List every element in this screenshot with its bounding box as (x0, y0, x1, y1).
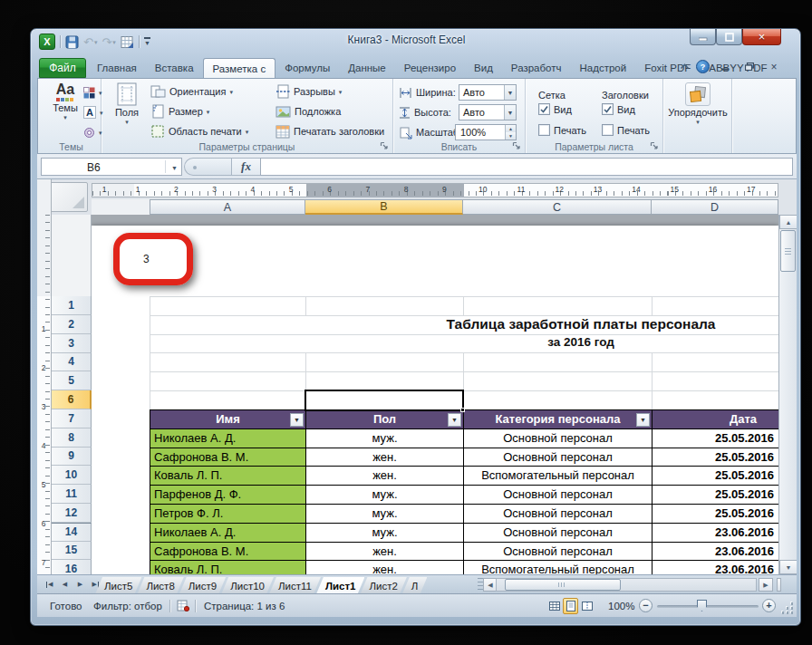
namebox-splitter[interactable] (184, 158, 231, 176)
cell-category[interactable]: Вспомогательный персонал (464, 561, 652, 574)
sheet-tab-Л[interactable]: Л (402, 577, 428, 594)
row-header-4[interactable]: 4 (52, 353, 92, 372)
headings-print-checkbox[interactable]: Печать (602, 124, 650, 136)
cell-date[interactable]: 25.05.2016 (652, 486, 778, 505)
column-header-A[interactable]: A (150, 199, 305, 215)
cell-category[interactable]: Вспомогательный персонал (464, 467, 652, 486)
zoom-out-button[interactable]: − (639, 599, 652, 612)
cell-gender[interactable]: муж. (306, 524, 464, 543)
cell-gender[interactable]: жен. (306, 543, 464, 562)
spin-down-icon[interactable]: ▼ (506, 132, 516, 140)
column-header-B[interactable]: B (305, 199, 463, 215)
row-header-12[interactable]: 12 (52, 504, 92, 523)
vertical-scrollbar[interactable]: ▲ ▼ (778, 215, 797, 574)
headings-view-checkbox[interactable]: Вид (602, 103, 635, 115)
ribbon-tab-Надстрой[interactable]: Надстрой (570, 58, 635, 78)
cell-gender[interactable]: жен. (306, 467, 464, 486)
cell-date[interactable]: 23.06.2016 (652, 561, 778, 574)
themes-button[interactable]: Aa Темы ▾ (46, 82, 84, 120)
name-box[interactable]: B6 ▼ (41, 158, 182, 176)
cell-date[interactable]: 23.06.2016 (652, 543, 778, 562)
breaks-button[interactable]: Разрывы▾ (276, 82, 342, 101)
table-header-Дата[interactable]: Дата (652, 410, 778, 429)
cell-gender[interactable]: муж. (306, 429, 464, 448)
row-header-9[interactable]: 9 (52, 448, 92, 467)
undo-button[interactable]: ↶▾ (83, 36, 97, 48)
cell-date[interactable]: 23.06.2016 (652, 524, 778, 543)
row-header-8[interactable]: 8 (52, 428, 92, 448)
sheet-tab-Лист2[interactable]: Лист2 (360, 577, 406, 594)
tabbar-resize-handle[interactable] (777, 578, 781, 592)
ribbon-tab-Формулы[interactable]: Формулы (276, 58, 339, 78)
row-header-5[interactable]: 5 (52, 371, 92, 390)
sheet-tab-Лист10[interactable]: Лист10 (221, 577, 274, 594)
zoom-in-button[interactable]: + (762, 599, 776, 612)
print-area-button[interactable]: Область печати▾ (150, 122, 248, 140)
height-combo[interactable]: Авто▼ (459, 104, 517, 120)
column-header-D[interactable]: D (652, 199, 778, 215)
first-sheet-button[interactable]: ◀ (43, 577, 56, 592)
cell-date[interactable]: 25.05.2016 (652, 467, 778, 486)
cell-name[interactable]: Николаев А. Д. (150, 524, 306, 543)
cell-name[interactable]: Коваль Л. П. (150, 561, 306, 574)
formula-input[interactable] (260, 158, 793, 176)
filter-dropdown-button[interactable]: ▼ (448, 413, 461, 427)
cell-name[interactable]: Коваль Л. П. (150, 467, 306, 486)
scrollbar-thumb[interactable] (780, 230, 796, 272)
cell-category[interactable]: Основной персонал (464, 505, 652, 524)
save-button[interactable] (65, 35, 79, 49)
cell-category[interactable]: Основной персонал (464, 524, 652, 543)
scale-spinner[interactable]: 100%▲▼ (455, 124, 517, 140)
sheet-tab-Лист1[interactable]: Лист1 (316, 577, 365, 594)
workbook-close-button[interactable]: × (765, 60, 783, 73)
insert-function-button[interactable]: fx (231, 158, 260, 176)
print-titles-button[interactable]: Печатать заголовки (276, 122, 384, 140)
previous-sheet-button[interactable]: ◀ (58, 577, 72, 592)
resize-grip[interactable] (782, 602, 793, 613)
ribbon-tab-Вид[interactable]: Вид (465, 58, 502, 78)
zoom-slider-thumb[interactable] (697, 600, 707, 611)
ribbon-tab-Рецензиро[interactable]: Рецензиро (395, 58, 465, 78)
sheet-tab-Лист9[interactable]: Лист9 (179, 577, 226, 594)
ribbon-tab-Вставка[interactable]: Вставка (146, 58, 203, 78)
theme-colors-button[interactable]: ▾ (83, 83, 102, 101)
scroll-up-button[interactable]: ▲ (779, 215, 797, 229)
row-header-7[interactable]: 7 (52, 409, 92, 428)
cell-date[interactable]: 25.05.2016 (652, 505, 778, 524)
sheet-tab-Лист5[interactable]: Лист5 (95, 577, 141, 594)
page-layout-view-button[interactable] (563, 598, 578, 614)
size-button[interactable]: Размер▾ (150, 102, 209, 120)
cell-gender[interactable]: муж. (306, 486, 464, 505)
gridlines-print-checkbox[interactable]: Печать (538, 124, 586, 136)
maximize-button[interactable] (716, 29, 742, 45)
dialog-launcher-button[interactable] (650, 141, 660, 151)
cell-gender[interactable]: муж. (306, 505, 464, 524)
ribbon-tab-Данные[interactable]: Данные (339, 58, 395, 78)
cell-name[interactable]: Парфенов Д. Ф. (150, 486, 306, 505)
dialog-launcher-button[interactable] (380, 141, 390, 151)
workbook-minimize-button[interactable] (716, 60, 734, 73)
excel-app-icon[interactable]: X (39, 34, 55, 50)
cell-gender[interactable]: жен. (306, 448, 464, 467)
cell-category[interactable]: Основной персонал (464, 448, 652, 467)
next-sheet-button[interactable]: ▶ (73, 577, 87, 592)
qat-custom-button[interactable] (121, 35, 134, 49)
qat-customize-button[interactable]: ▼ (144, 37, 150, 46)
sheet-tab-Лист11[interactable]: Лист11 (269, 577, 321, 594)
cell-date[interactable]: 25.05.2016 (652, 429, 778, 448)
row-header-1[interactable]: 1 (52, 296, 92, 315)
redo-button[interactable]: ↷▾ (102, 36, 115, 48)
cell-name[interactable]: Сафронова В. М. (150, 448, 306, 467)
margins-button[interactable]: Поля ▾ (109, 82, 145, 125)
ribbon-tab-Главная[interactable]: Главная (88, 58, 146, 78)
close-button[interactable]: × (742, 29, 781, 45)
hscrollbar-thumb[interactable] (505, 579, 621, 591)
ribbon-tab-Разметка с[interactable]: Разметка с (203, 58, 276, 78)
table-header-Имя[interactable]: Имя▼ (150, 410, 306, 429)
row-header-10[interactable]: 10 (52, 466, 92, 485)
cell-date[interactable]: 25.05.2016 (652, 448, 778, 467)
row-header-15[interactable]: 15 (52, 542, 92, 561)
help-button[interactable]: ? (696, 60, 710, 73)
gridlines-view-checkbox[interactable]: Вид (538, 103, 572, 115)
cell-gender[interactable]: жен. (306, 561, 464, 574)
